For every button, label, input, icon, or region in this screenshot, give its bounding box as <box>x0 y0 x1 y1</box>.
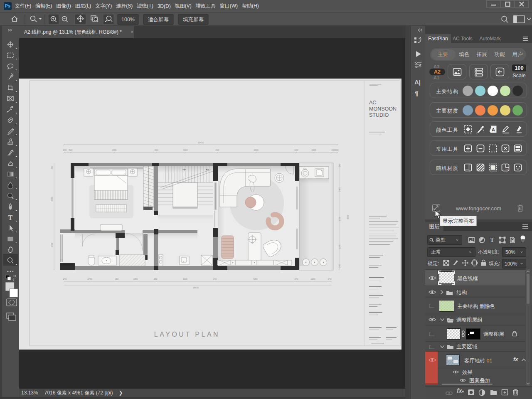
svg-text:A|: A| <box>414 79 421 86</box>
svg-text:LAYOUT PLAN: LAYOUT PLAN <box>154 331 220 338</box>
svg-text:6930: 6930 <box>347 214 349 219</box>
svg-text:240: 240 <box>338 264 341 268</box>
svg-text:14690: 14690 <box>193 286 199 289</box>
svg-text:1080: 1080 <box>338 217 341 221</box>
svg-text:100%: 100% <box>121 17 135 22</box>
svg-text:240: 240 <box>63 278 67 280</box>
svg-text:150: 150 <box>154 278 158 280</box>
svg-text:150: 150 <box>115 278 119 280</box>
svg-text:240: 240 <box>295 149 298 151</box>
svg-text:240: 240 <box>295 278 298 280</box>
svg-text:3100: 3100 <box>183 149 187 151</box>
svg-text:填充屏幕: 填充屏幕 <box>182 17 204 22</box>
svg-text:适合屏幕: 适合屏幕 <box>148 17 169 22</box>
svg-text:500: 500 <box>69 149 73 151</box>
svg-text:3410: 3410 <box>51 197 53 201</box>
svg-text:240: 240 <box>338 164 341 167</box>
svg-text:¶: ¶ <box>415 90 418 97</box>
svg-text:T: T <box>8 214 13 221</box>
svg-text:G C: G C <box>303 168 307 170</box>
svg-text:T: T <box>490 236 494 243</box>
svg-text:2095: 2095 <box>338 244 341 249</box>
svg-text:STUDIO: STUDIO <box>369 112 389 118</box>
svg-text:15450: 15450 <box>198 141 204 144</box>
svg-text:1600: 1600 <box>311 149 316 151</box>
svg-text:A: A <box>492 127 495 132</box>
svg-text:1100: 1100 <box>311 278 315 280</box>
svg-text:240200: 240200 <box>332 149 339 151</box>
svg-text:2790: 2790 <box>87 278 92 280</box>
svg-text:2400: 2400 <box>338 187 341 192</box>
svg-text:3100: 3100 <box>182 278 187 280</box>
svg-text:AC: AC <box>369 100 376 106</box>
svg-text:MONSOON: MONSOON <box>369 106 397 112</box>
svg-text:2400: 2400 <box>51 242 53 247</box>
svg-text:150: 150 <box>155 149 158 151</box>
svg-text:240: 240 <box>216 149 219 151</box>
svg-text:1050: 1050 <box>133 278 138 280</box>
svg-text:240: 240 <box>51 166 53 170</box>
svg-text:240: 240 <box>213 278 217 280</box>
svg-text:4260: 4260 <box>254 149 258 151</box>
svg-text:240: 240 <box>63 149 67 151</box>
svg-text:240: 240 <box>328 278 332 280</box>
svg-text:4360: 4360 <box>112 149 116 151</box>
svg-text:4260: 4260 <box>253 278 257 280</box>
